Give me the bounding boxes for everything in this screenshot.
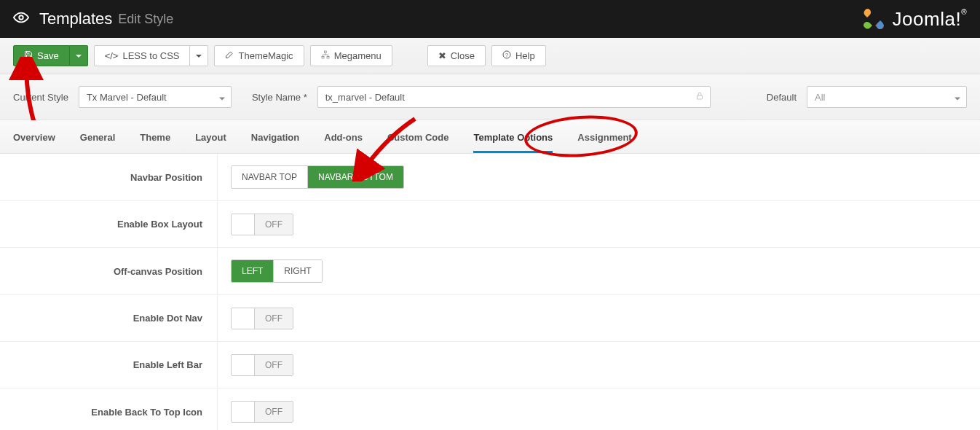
option-enable-dot-nav: Enable Dot Nav OFF	[0, 295, 980, 342]
less-to-css-button-group: </> LESS to CSS	[94, 45, 209, 66]
svg-point-0	[19, 15, 23, 20]
navbar-position-segment: NAVBAR TOP NAVBAR BOTTOM	[231, 165, 404, 189]
megamenu-button[interactable]: Megamenu	[310, 45, 392, 66]
help-button[interactable]: ? Help	[491, 45, 546, 66]
switch-knob	[232, 355, 255, 375]
switch-knob	[232, 214, 255, 235]
svg-rect-3	[327, 57, 329, 59]
svg-rect-1	[324, 51, 326, 53]
save-button[interactable]: Save	[13, 45, 70, 66]
enable-box-layout-switch[interactable]: OFF	[231, 214, 293, 235]
tab-template-options[interactable]: Template Options	[473, 122, 553, 153]
save-icon	[24, 50, 33, 61]
thememagic-button[interactable]: ThemeMagic	[214, 45, 304, 66]
offcanvas-right-choice[interactable]: RIGHT	[273, 260, 321, 282]
svg-rect-2	[322, 57, 324, 59]
svg-rect-6	[697, 95, 702, 99]
caret-down-icon	[76, 55, 82, 58]
svg-text:?: ?	[505, 52, 508, 58]
switch-value: OFF	[255, 308, 293, 329]
page-title: Templates	[39, 9, 112, 28]
page-subtitle: Edit Style	[118, 12, 173, 27]
switch-value: OFF	[255, 402, 293, 422]
option-label: Enable Left Bar	[0, 359, 217, 370]
toolbar: Save </> LESS to CSS ThemeMagic Megamenu…	[0, 38, 980, 74]
megamenu-label: Megamenu	[334, 50, 382, 61]
option-label: Enable Back To Top Icon	[0, 407, 217, 418]
current-style-select[interactable]: Tx Marvel - Default	[79, 86, 232, 108]
style-name-label: Style Name *	[252, 92, 307, 103]
close-button[interactable]: ✖ Close	[427, 45, 486, 66]
default-select[interactable]: All	[807, 86, 967, 108]
template-options-panel: Navbar Position NAVBAR TOP NAVBAR BOTTOM…	[0, 154, 980, 430]
help-label: Help	[515, 50, 535, 61]
switch-knob	[232, 308, 255, 329]
option-enable-box-layout: Enable Box Layout OFF	[0, 201, 980, 248]
navbar-bottom-choice[interactable]: NAVBAR BOTTOM	[307, 166, 403, 188]
option-label: Enable Box Layout	[0, 219, 217, 230]
default-label: Default	[767, 92, 797, 103]
close-label: Close	[451, 50, 475, 61]
tab-bar: Overview General Theme Layout Navigation…	[0, 120, 980, 154]
option-offcanvas-position: Off-canvas Position LEFT RIGHT	[0, 248, 980, 295]
app-header: Templates Edit Style Joomla!®	[0, 0, 980, 38]
offcanvas-position-segment: LEFT RIGHT	[231, 259, 323, 283]
style-name-input-wrapper	[317, 86, 711, 108]
caret-down-icon	[955, 92, 960, 103]
switch-value: OFF	[255, 355, 293, 375]
save-dropdown-button[interactable]	[70, 45, 88, 66]
caret-down-icon	[219, 92, 225, 103]
default-value: All	[815, 92, 825, 103]
tab-navigation[interactable]: Navigation	[251, 122, 299, 153]
enable-dot-nav-switch[interactable]: OFF	[231, 308, 293, 329]
less-to-css-button[interactable]: </> LESS to CSS	[94, 45, 191, 66]
eye-icon	[13, 9, 29, 29]
caret-down-icon	[196, 55, 202, 58]
tab-general[interactable]: General	[80, 122, 115, 153]
enable-left-bar-switch[interactable]: OFF	[231, 354, 293, 376]
help-icon: ?	[502, 50, 511, 61]
tab-theme[interactable]: Theme	[140, 122, 170, 153]
tab-overview[interactable]: Overview	[13, 122, 55, 153]
brand-text: Joomla!®	[893, 8, 967, 31]
option-label: Enable Dot Nav	[0, 313, 217, 324]
current-style-value: Tx Marvel - Default	[87, 92, 167, 103]
option-navbar-position: Navbar Position NAVBAR TOP NAVBAR BOTTOM	[0, 154, 980, 201]
option-label: Navbar Position	[0, 172, 217, 183]
thememagic-label: ThemeMagic	[238, 50, 293, 61]
code-icon: </>	[105, 50, 119, 61]
navbar-top-choice[interactable]: NAVBAR TOP	[232, 166, 307, 188]
less-to-css-dropdown-button[interactable]	[190, 45, 208, 66]
close-icon: ✖	[438, 50, 446, 61]
lock-icon	[695, 91, 704, 103]
joomla-logo-icon	[861, 6, 887, 32]
less-to-css-label: LESS to CSS	[122, 50, 179, 61]
sitemap-icon	[321, 50, 330, 61]
tab-addons[interactable]: Add-ons	[324, 122, 363, 153]
current-style-label: Current Style	[13, 92, 68, 103]
option-enable-back-to-top: Enable Back To Top Icon OFF	[0, 388, 980, 430]
tab-layout[interactable]: Layout	[195, 122, 226, 153]
save-button-label: Save	[37, 50, 59, 61]
switch-value: OFF	[255, 214, 293, 235]
tab-assignment[interactable]: Assignment	[577, 122, 631, 153]
offcanvas-left-choice[interactable]: LEFT	[232, 260, 273, 282]
enable-back-to-top-switch[interactable]: OFF	[231, 401, 293, 423]
wand-icon	[225, 50, 234, 61]
style-name-input[interactable]	[325, 87, 688, 107]
style-filter-bar: Current Style Tx Marvel - Default Style …	[0, 74, 980, 120]
option-enable-left-bar: Enable Left Bar OFF	[0, 342, 980, 388]
tab-custom-code[interactable]: Custom Code	[387, 122, 449, 153]
save-button-group: Save	[13, 45, 88, 66]
brand: Joomla!®	[861, 6, 967, 32]
option-label: Off-canvas Position	[0, 266, 217, 277]
switch-knob	[232, 402, 255, 422]
